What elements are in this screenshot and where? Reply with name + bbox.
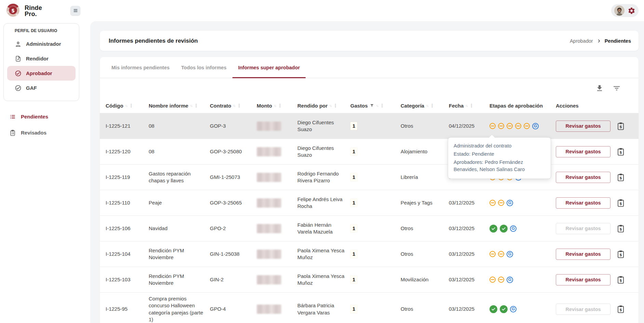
cell-gastos: 1 — [350, 247, 401, 261]
stage-pending-icon[interactable] — [498, 277, 504, 283]
sort-icon[interactable]: ↑↓ — [190, 104, 192, 108]
revisar-gastos-button[interactable]: Revisar gastos — [556, 172, 611, 183]
sort-icon[interactable]: ↑↓ — [465, 104, 467, 108]
column-menu-icon[interactable]: ⋮ — [469, 103, 474, 108]
svg-text:$: $ — [619, 125, 622, 129]
stage-gaf-icon[interactable]: G — [532, 123, 539, 129]
revisar-gastos-button[interactable]: Revisar gastos — [556, 223, 611, 234]
tab-mis-informes-pendientes[interactable]: Mis informes pendientes — [106, 57, 175, 78]
sort-icon[interactable]: ↑↓ — [233, 104, 235, 108]
svg-text:$: $ — [619, 278, 622, 282]
cell-fecha: 04/12/2025 — [449, 120, 489, 132]
expense-clipboard-icon[interactable]: $ — [617, 305, 625, 313]
stage-pending-icon[interactable] — [489, 277, 496, 283]
expense-clipboard-icon[interactable]: $ — [617, 173, 625, 182]
sort-icon[interactable]: ↑↓ — [376, 104, 378, 108]
sidebar-profile-gaf[interactable]: GAF — [7, 81, 76, 95]
app-root: $ Rinde Pro. — [0, 0, 644, 323]
column-menu-icon[interactable]: ⋮ — [237, 103, 242, 108]
expense-clipboard-icon[interactable]: $ — [617, 276, 625, 284]
cell-contrato: GPO-2 — [210, 222, 257, 235]
cell-fecha: 03/12/2025 — [449, 303, 489, 315]
sidebar-item-pendientes[interactable]: Pendientes — [3, 109, 79, 125]
gastos-count: 1 — [350, 276, 357, 284]
stage-pending-icon[interactable] — [498, 251, 504, 257]
sidebar-profile-administrador[interactable]: Administrador — [7, 37, 76, 51]
profile-item-label: Administrador — [26, 41, 61, 47]
stage-approved-icon[interactable] — [489, 225, 497, 233]
column-label: Categoría — [401, 103, 424, 109]
cell-nombre-informe: Rendición PYM Noviembre — [149, 270, 210, 290]
gastos-count: 1 — [350, 148, 357, 156]
filter-list-icon[interactable] — [613, 84, 621, 92]
tab-todos-los-informes[interactable]: Todos los informes — [175, 57, 232, 78]
stage-pending-icon[interactable] — [489, 200, 496, 206]
sort-icon[interactable]: ↑↓ — [274, 104, 276, 108]
stage-pending-icon[interactable] — [498, 200, 504, 206]
profile-item-label: Aprobador — [26, 70, 52, 76]
svg-text:$: $ — [11, 8, 15, 13]
stage-pending-icon[interactable] — [515, 123, 521, 129]
stage-approved-icon[interactable] — [500, 225, 508, 233]
sidebar-nav: PendientesRevisados — [3, 109, 79, 141]
cell-rendido-por: Fabián Hernán Varela Mazuela — [297, 219, 350, 238]
revisar-gastos-button[interactable]: Revisar gastos — [556, 146, 611, 157]
cell-fecha: 03/12/2025 — [449, 248, 489, 260]
sidebar-item-revisados[interactable]: Revisados — [3, 125, 79, 141]
sort-icon[interactable]: ↑↓ — [426, 104, 428, 108]
stage-pending-icon[interactable] — [489, 251, 496, 257]
cell-monto — [257, 144, 297, 159]
user-avatar[interactable] — [614, 5, 625, 16]
stage-pending-icon[interactable] — [489, 123, 496, 129]
stage-gaf-icon[interactable]: G — [510, 225, 516, 232]
gastos-count: 1 — [350, 122, 357, 130]
stage-gaf-icon[interactable]: G — [507, 251, 513, 257]
expense-clipboard-icon[interactable]: $ — [617, 148, 625, 156]
column-menu-icon[interactable]: ⋮ — [333, 103, 338, 108]
redacted-amount — [257, 122, 281, 131]
column-menu-icon[interactable]: ⋮ — [194, 103, 199, 108]
column-menu-icon[interactable]: ⋮ — [278, 103, 282, 108]
breadcrumb-parent[interactable]: Aprobador — [570, 38, 593, 44]
expense-clipboard-icon[interactable]: $ — [617, 250, 625, 258]
stage-pending-icon[interactable] — [507, 123, 513, 129]
filter-funnel-icon[interactable] — [370, 103, 374, 108]
table-row: I-1225-121 08 GOP-3 Diego Cifuentes Suaz… — [100, 113, 639, 139]
column-menu-icon[interactable]: ⋮ — [430, 103, 434, 108]
tabs: Mis informes pendientesTodos los informe… — [100, 57, 639, 78]
revisar-gastos-button[interactable]: Revisar gastos — [556, 274, 611, 285]
expense-clipboard-icon[interactable]: $ — [617, 224, 625, 233]
svg-text:$: $ — [619, 227, 622, 231]
revisar-gastos-button[interactable]: Revisar gastos — [556, 197, 611, 209]
sort-icon[interactable]: ↑↓ — [125, 104, 127, 108]
sidebar-profile-aprobador[interactable]: Aprobador — [7, 66, 76, 81]
gear-icon[interactable] — [628, 7, 635, 15]
expense-clipboard-icon[interactable]: $ — [617, 199, 625, 207]
stage-pending-icon[interactable] — [524, 123, 530, 129]
expense-clipboard-icon[interactable]: $ — [617, 122, 625, 130]
menu-icon[interactable] — [70, 6, 80, 15]
column-header-fecha: Fecha↑↓⋮ — [449, 103, 489, 109]
cell-codigo: I-1225-121 — [106, 120, 149, 132]
check-circle-icon — [15, 85, 22, 92]
stage-pending-icon[interactable] — [498, 123, 504, 129]
revisar-gastos-button[interactable]: Revisar gastos — [556, 121, 611, 132]
column-menu-icon[interactable]: ⋮ — [129, 103, 134, 108]
list-icon — [9, 113, 16, 120]
stage-gaf-icon[interactable]: G — [507, 277, 513, 283]
stage-approved-icon[interactable] — [500, 305, 508, 313]
stage-approved-icon[interactable] — [489, 305, 497, 313]
svg-text:$: $ — [619, 176, 622, 180]
sidebar-profile-rendidor[interactable]: Rendidor — [7, 51, 76, 66]
stage-gaf-icon[interactable]: G — [510, 306, 516, 312]
tab-informes-super-aprobador[interactable]: Informes super aprobador — [232, 57, 306, 78]
column-menu-icon[interactable]: ⋮ — [380, 103, 385, 108]
sort-icon[interactable]: ↑↓ — [329, 104, 331, 108]
cell-rendido-por: Felipe Andrés Leiva Rocha — [297, 193, 350, 213]
download-icon[interactable] — [595, 84, 604, 92]
stage-gaf-icon[interactable]: G — [507, 200, 513, 206]
cell-acciones: Revisar gastos $ — [556, 169, 639, 186]
revisar-gastos-button[interactable]: Revisar gastos — [556, 249, 611, 260]
table-header-row: Código↑↓⋮Nombre informe↑↓⋮Contrato↑↓⋮Mon… — [100, 98, 639, 113]
revisar-gastos-button[interactable]: Revisar gastos — [556, 304, 611, 315]
